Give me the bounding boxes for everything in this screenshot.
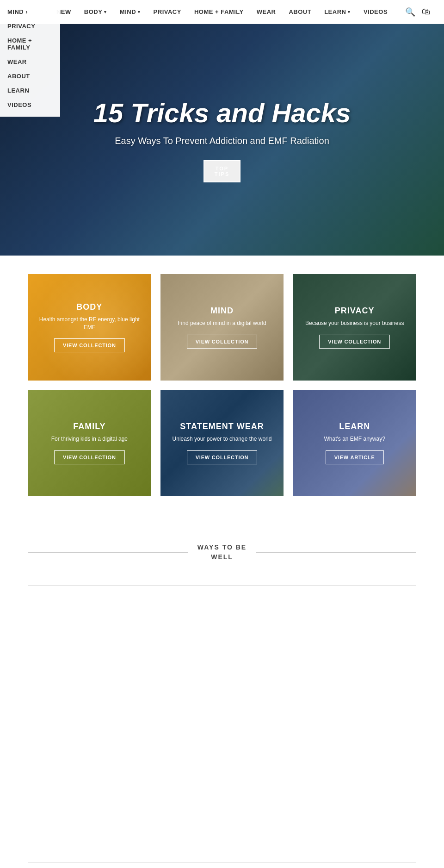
nav-about[interactable]: ABOUT [289,8,311,15]
divider-line-right [256,552,416,553]
nav-mind[interactable]: MIND ▾ [120,8,141,15]
card-privacy-desc: Because your business is your business [305,319,404,327]
card-learn-title: LEARN [324,422,385,431]
nav-wear[interactable]: WEAR [257,8,276,15]
card-family-btn[interactable]: VIEW COLLECTION [54,450,125,464]
nav-learn[interactable]: LEARN ▾ [324,8,351,15]
card-wear: STATEMENT WEAR Unleash your power to cha… [160,390,284,496]
mobile-menu-item-mind[interactable]: MIND › [0,5,60,19]
category-grid: BODY Health amongst the RF energy, blue … [0,256,444,524]
card-mind-btn[interactable]: VIEW COLLECTION [187,335,258,349]
blog-card [28,585,416,863]
card-body-content: BODY Health amongst the RF energy, blue … [28,295,151,360]
card-family-title: FAMILY [51,422,128,431]
grid-row-1: BODY Health amongst the RF energy, blue … [28,274,416,381]
hero-title: 15 Tricks and Hacks [93,97,351,128]
card-body-title: BODY [35,302,144,312]
mobile-menu-item-home-family[interactable]: HOME + FAMILY [0,33,60,55]
search-icon[interactable]: 🔍 [405,7,415,17]
hero-subtitle: Easy Ways To Prevent Addiction and EMF R… [93,136,351,146]
nav-links: NEW BODY ▾ MIND ▾ PRIVACY HOME + FAMILY … [56,8,388,15]
cart-icon[interactable]: 🛍 [422,7,430,17]
card-learn-desc: What's an EMF anyway? [324,435,385,443]
nav-body[interactable]: BODY ▾ [84,8,107,15]
card-family: FAMILY For thriving kids in a digital ag… [28,390,151,496]
nav-privacy[interactable]: PRIVACY [154,8,181,15]
hero-section: 15 Tricks and Hacks Easy Ways To Prevent… [0,24,444,256]
chevron-down-icon: ▾ [104,10,107,14]
card-learn-btn[interactable]: VIEW ARTICLE [326,450,384,464]
card-privacy-btn[interactable]: VIEW COLLECTION [319,335,390,349]
grid-row-2: FAMILY For thriving kids in a digital ag… [28,390,416,496]
card-family-content: FAMILY For thriving kids in a digital ag… [44,414,135,472]
card-body-btn[interactable]: VIEW COLLECTION [54,338,125,352]
mobile-menu-item-wear[interactable]: WEAR [0,55,60,69]
card-privacy-content: PRIVACY Because your business is your bu… [298,299,411,356]
nav-home-family[interactable]: HOME + FAMILY [194,8,244,15]
top-nav: NEW BODY ▾ MIND ▾ PRIVACY HOME + FAMILY … [0,0,444,24]
ways-title: WAYS TO BE WELL [197,543,247,562]
mobile-menu-item-videos[interactable]: VIDEOS [0,98,60,112]
hero-btn-line1: TOP [215,166,229,171]
mobile-menu-item-learn[interactable]: LEARN [0,83,60,98]
card-body-desc: Health amongst the RF energy, blue light… [35,316,144,331]
chevron-down-icon: ▾ [138,10,141,14]
card-wear-title: STATEMENT WEAR [173,422,272,431]
card-wear-btn[interactable]: VIEW COLLECTION [187,450,258,464]
card-mind-title: MIND [178,306,266,316]
card-wear-content: STATEMENT WEAR Unleash your power to cha… [165,414,279,472]
divider-line-left [28,552,188,553]
mobile-menu-item-privacy[interactable]: PRIVACY [0,19,60,33]
card-privacy-title: PRIVACY [305,306,404,316]
nav-icons: 🔍 🛍 [405,7,430,17]
card-wear-desc: Unleash your power to change the world [173,435,272,443]
card-mind-content: MIND Find peace of mind in a digital wor… [170,299,273,356]
ways-section: WAYS TO BE WELL [0,524,444,585]
card-privacy: PRIVACY Because your business is your bu… [293,274,416,381]
chevron-down-icon: ▾ [348,10,351,14]
hero-btn-line2: TIPS [215,171,229,177]
card-learn-content: LEARN What's an EMF anyway? VIEW ARTICLE [317,414,393,472]
hero-cta-button[interactable]: TOP TIPS [204,160,240,182]
card-body: BODY Health amongst the RF energy, blue … [28,274,151,381]
card-learn: LEARN What's an EMF anyway? VIEW ARTICLE [293,390,416,496]
card-mind: MIND Find peace of mind in a digital wor… [160,274,284,381]
mobile-menu-item-about[interactable]: ABOUT [0,69,60,83]
nav-videos[interactable]: VIDEOS [364,8,388,15]
card-family-desc: For thriving kids in a digital age [51,435,128,443]
card-mind-desc: Find peace of mind in a digital world [178,319,266,327]
hero-content: 15 Tricks and Hacks Easy Ways To Prevent… [75,97,370,182]
ways-divider: WAYS TO BE WELL [28,543,416,562]
mobile-menu: MIND › PRIVACY HOME + FAMILY WEAR ABOUT … [0,0,60,117]
